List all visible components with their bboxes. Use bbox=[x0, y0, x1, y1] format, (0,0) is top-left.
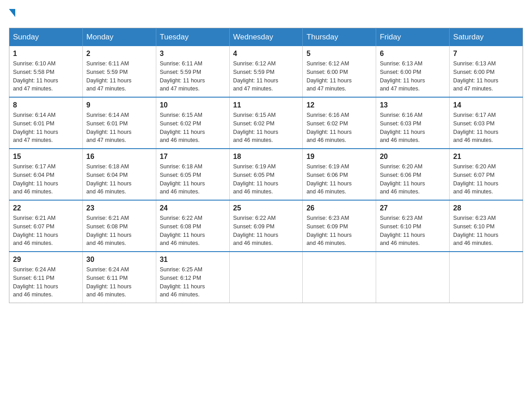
calendar-cell: 20 Sunrise: 6:20 AM Sunset: 6:06 PM Dayl… bbox=[376, 149, 450, 200]
day-number: 28 bbox=[453, 204, 519, 212]
day-number: 9 bbox=[86, 101, 152, 109]
calendar-cell: 14 Sunrise: 6:17 AM Sunset: 6:03 PM Dayl… bbox=[450, 97, 523, 149]
day-info: Sunrise: 6:20 AM Sunset: 6:07 PM Dayligh… bbox=[453, 163, 519, 196]
calendar-week-row: 8 Sunrise: 6:14 AM Sunset: 6:01 PM Dayli… bbox=[9, 97, 523, 149]
day-number: 18 bbox=[233, 153, 299, 161]
day-header-monday: Monday bbox=[82, 28, 156, 47]
calendar-cell: 22 Sunrise: 6:21 AM Sunset: 6:07 PM Dayl… bbox=[9, 200, 83, 252]
calendar-cell: 5 Sunrise: 6:12 AM Sunset: 6:00 PM Dayli… bbox=[303, 46, 376, 97]
day-info: Sunrise: 6:25 AM Sunset: 6:12 PM Dayligh… bbox=[160, 265, 226, 299]
day-number: 23 bbox=[86, 204, 152, 212]
calendar-cell: 1 Sunrise: 6:10 AM Sunset: 5:58 PM Dayli… bbox=[9, 46, 83, 97]
day-header-wednesday: Wednesday bbox=[229, 28, 303, 47]
day-number: 31 bbox=[160, 256, 226, 264]
calendar-table: SundayMondayTuesdayWednesdayThursdayFrid… bbox=[9, 28, 523, 303]
day-info: Sunrise: 6:18 AM Sunset: 6:05 PM Dayligh… bbox=[160, 163, 226, 196]
calendar-cell: 4 Sunrise: 6:12 AM Sunset: 5:59 PM Dayli… bbox=[229, 46, 303, 97]
day-info: Sunrise: 6:11 AM Sunset: 5:59 PM Dayligh… bbox=[160, 60, 226, 93]
day-info: Sunrise: 6:23 AM Sunset: 6:09 PM Dayligh… bbox=[306, 214, 372, 248]
day-number: 19 bbox=[306, 153, 372, 161]
day-number: 1 bbox=[13, 50, 79, 58]
day-info: Sunrise: 6:24 AM Sunset: 6:11 PM Dayligh… bbox=[86, 265, 152, 299]
calendar-cell: 28 Sunrise: 6:23 AM Sunset: 6:10 PM Dayl… bbox=[450, 200, 523, 252]
day-info: Sunrise: 6:16 AM Sunset: 6:02 PM Dayligh… bbox=[306, 111, 372, 145]
calendar-cell: 31 Sunrise: 6:25 AM Sunset: 6:12 PM Dayl… bbox=[156, 252, 229, 303]
day-number: 12 bbox=[306, 101, 372, 109]
day-info: Sunrise: 6:14 AM Sunset: 6:01 PM Dayligh… bbox=[13, 111, 79, 145]
day-info: Sunrise: 6:13 AM Sunset: 6:00 PM Dayligh… bbox=[453, 60, 519, 93]
calendar-week-row: 15 Sunrise: 6:17 AM Sunset: 6:04 PM Dayl… bbox=[9, 149, 523, 200]
day-info: Sunrise: 6:17 AM Sunset: 6:03 PM Dayligh… bbox=[453, 111, 519, 145]
day-number: 7 bbox=[453, 50, 519, 58]
day-number: 11 bbox=[233, 101, 299, 109]
day-number: 20 bbox=[380, 153, 446, 161]
day-info: Sunrise: 6:14 AM Sunset: 6:01 PM Dayligh… bbox=[86, 111, 152, 145]
day-header-sunday: Sunday bbox=[9, 28, 83, 47]
day-number: 24 bbox=[160, 204, 226, 212]
day-info: Sunrise: 6:12 AM Sunset: 5:59 PM Dayligh… bbox=[233, 60, 299, 93]
day-number: 30 bbox=[86, 256, 152, 264]
calendar-cell: 9 Sunrise: 6:14 AM Sunset: 6:01 PM Dayli… bbox=[82, 97, 156, 149]
calendar-cell bbox=[229, 252, 303, 303]
calendar-cell: 6 Sunrise: 6:13 AM Sunset: 6:00 PM Dayli… bbox=[376, 46, 450, 97]
day-info: Sunrise: 6:10 AM Sunset: 5:58 PM Dayligh… bbox=[13, 60, 79, 93]
calendar-cell: 3 Sunrise: 6:11 AM Sunset: 5:59 PM Dayli… bbox=[156, 46, 229, 97]
day-info: Sunrise: 6:23 AM Sunset: 6:10 PM Dayligh… bbox=[453, 214, 519, 248]
day-info: Sunrise: 6:15 AM Sunset: 6:02 PM Dayligh… bbox=[233, 111, 299, 145]
day-number: 5 bbox=[306, 50, 372, 58]
calendar-cell: 8 Sunrise: 6:14 AM Sunset: 6:01 PM Dayli… bbox=[9, 97, 83, 149]
day-header-tuesday: Tuesday bbox=[156, 28, 229, 47]
calendar-cell: 26 Sunrise: 6:23 AM Sunset: 6:09 PM Dayl… bbox=[303, 200, 376, 252]
calendar-header-row: SundayMondayTuesdayWednesdayThursdayFrid… bbox=[9, 28, 523, 47]
calendar-cell: 19 Sunrise: 6:19 AM Sunset: 6:06 PM Dayl… bbox=[303, 149, 376, 200]
calendar-cell: 23 Sunrise: 6:21 AM Sunset: 6:08 PM Dayl… bbox=[82, 200, 156, 252]
day-info: Sunrise: 6:20 AM Sunset: 6:06 PM Dayligh… bbox=[380, 163, 446, 196]
day-info: Sunrise: 6:11 AM Sunset: 5:59 PM Dayligh… bbox=[86, 60, 152, 93]
day-number: 25 bbox=[233, 204, 299, 212]
day-info: Sunrise: 6:13 AM Sunset: 6:00 PM Dayligh… bbox=[380, 60, 446, 93]
day-number: 26 bbox=[306, 204, 372, 212]
day-number: 22 bbox=[13, 204, 79, 212]
calendar-week-row: 1 Sunrise: 6:10 AM Sunset: 5:58 PM Dayli… bbox=[9, 46, 523, 97]
calendar-cell: 27 Sunrise: 6:23 AM Sunset: 6:10 PM Dayl… bbox=[376, 200, 450, 252]
day-info: Sunrise: 6:19 AM Sunset: 6:06 PM Dayligh… bbox=[306, 163, 372, 196]
calendar-cell bbox=[303, 252, 376, 303]
calendar-cell: 21 Sunrise: 6:20 AM Sunset: 6:07 PM Dayl… bbox=[450, 149, 523, 200]
day-info: Sunrise: 6:24 AM Sunset: 6:11 PM Dayligh… bbox=[13, 265, 79, 299]
day-number: 21 bbox=[453, 153, 519, 161]
day-header-saturday: Saturday bbox=[450, 28, 523, 47]
day-info: Sunrise: 6:17 AM Sunset: 6:04 PM Dayligh… bbox=[13, 163, 79, 196]
calendar-cell: 25 Sunrise: 6:22 AM Sunset: 6:09 PM Dayl… bbox=[229, 200, 303, 252]
day-number: 16 bbox=[86, 153, 152, 161]
logo bbox=[9, 9, 15, 19]
calendar-cell: 17 Sunrise: 6:18 AM Sunset: 6:05 PM Dayl… bbox=[156, 149, 229, 200]
page-header bbox=[9, 9, 523, 19]
day-info: Sunrise: 6:15 AM Sunset: 6:02 PM Dayligh… bbox=[160, 111, 226, 145]
day-info: Sunrise: 6:23 AM Sunset: 6:10 PM Dayligh… bbox=[380, 214, 446, 248]
day-number: 15 bbox=[13, 153, 79, 161]
day-number: 10 bbox=[160, 101, 226, 109]
calendar-week-row: 22 Sunrise: 6:21 AM Sunset: 6:07 PM Dayl… bbox=[9, 200, 523, 252]
calendar-cell: 7 Sunrise: 6:13 AM Sunset: 6:00 PM Dayli… bbox=[450, 46, 523, 97]
day-info: Sunrise: 6:12 AM Sunset: 6:00 PM Dayligh… bbox=[306, 60, 372, 93]
day-info: Sunrise: 6:16 AM Sunset: 6:03 PM Dayligh… bbox=[380, 111, 446, 145]
day-info: Sunrise: 6:21 AM Sunset: 6:07 PM Dayligh… bbox=[13, 214, 79, 248]
calendar-cell bbox=[450, 252, 523, 303]
calendar-cell: 24 Sunrise: 6:22 AM Sunset: 6:08 PM Dayl… bbox=[156, 200, 229, 252]
day-info: Sunrise: 6:22 AM Sunset: 6:08 PM Dayligh… bbox=[160, 214, 226, 248]
logo-text bbox=[9, 9, 15, 19]
day-number: 4 bbox=[233, 50, 299, 58]
calendar-week-row: 29 Sunrise: 6:24 AM Sunset: 6:11 PM Dayl… bbox=[9, 252, 523, 303]
logo-arrow-icon bbox=[9, 9, 15, 17]
day-number: 17 bbox=[160, 153, 226, 161]
day-number: 3 bbox=[160, 50, 226, 58]
calendar-cell: 2 Sunrise: 6:11 AM Sunset: 5:59 PM Dayli… bbox=[82, 46, 156, 97]
day-number: 29 bbox=[13, 256, 79, 264]
day-number: 14 bbox=[453, 101, 519, 109]
day-header-friday: Friday bbox=[376, 28, 450, 47]
day-info: Sunrise: 6:18 AM Sunset: 6:04 PM Dayligh… bbox=[86, 163, 152, 196]
day-number: 8 bbox=[13, 101, 79, 109]
calendar-cell: 13 Sunrise: 6:16 AM Sunset: 6:03 PM Dayl… bbox=[376, 97, 450, 149]
calendar-cell bbox=[376, 252, 450, 303]
day-number: 27 bbox=[380, 204, 446, 212]
